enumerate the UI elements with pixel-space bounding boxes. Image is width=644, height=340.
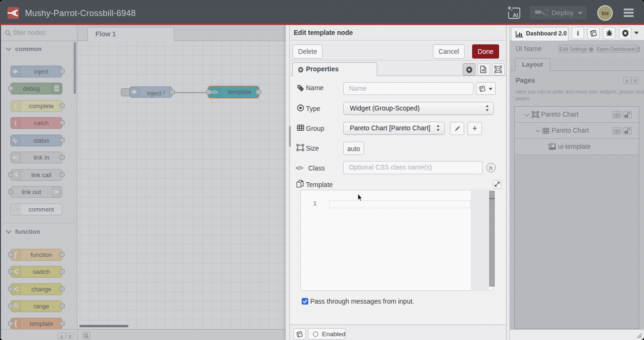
svg-text:AI: AI (513, 12, 518, 18)
